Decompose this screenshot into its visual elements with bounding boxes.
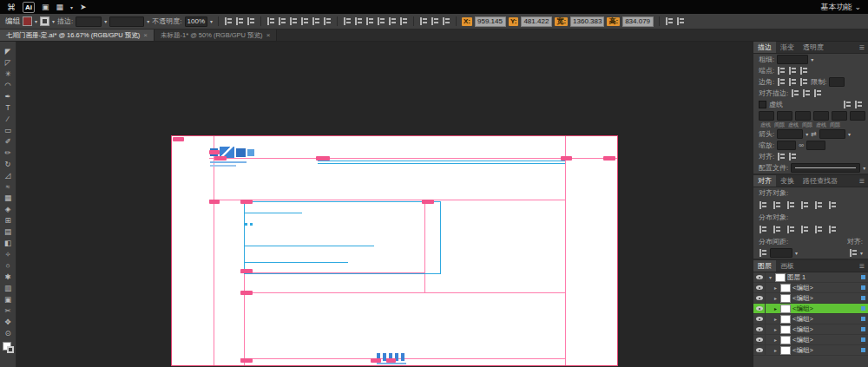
lasso-tool[interactable]: ◠: [1, 79, 15, 90]
expand-toggle[interactable]: ▸: [773, 326, 779, 332]
tab-layers[interactable]: 图层: [753, 260, 776, 272]
layer-thumbnail[interactable]: [775, 273, 786, 282]
hand-tool[interactable]: ✥: [1, 316, 15, 327]
paintbrush-tool[interactable]: ✐: [1, 135, 15, 147]
bridge-icon[interactable]: ▣: [42, 3, 49, 11]
blend-tool[interactable]: ○: [1, 259, 15, 271]
tab-gradient[interactable]: 渐变: [776, 42, 799, 53]
arrowhead-start-select[interactable]: [777, 129, 803, 139]
workspace-switcher[interactable]: 基本功能 ⌄: [820, 2, 861, 13]
layer-thumbnail[interactable]: [780, 305, 791, 313]
shape-builder-tool[interactable]: ◈: [1, 203, 15, 214]
bevel-join-icon[interactable]: [799, 78, 808, 86]
distribute-left-icon[interactable]: [800, 226, 809, 233]
dashed-line-checkbox[interactable]: [759, 101, 766, 108]
fill-dropdown-icon[interactable]: ▾: [35, 18, 37, 24]
visibility-toggle[interactable]: [753, 335, 766, 344]
send-backward-icon[interactable]: [431, 17, 439, 25]
distribute-bottom-icon[interactable]: [786, 226, 795, 233]
free-transform-tool[interactable]: ▦: [1, 192, 15, 203]
edit-contents-icon[interactable]: [235, 17, 244, 25]
close-icon[interactable]: ×: [143, 31, 148, 39]
stroke-color-swatch[interactable]: [40, 16, 49, 26]
bring-forward-icon[interactable]: [419, 17, 428, 25]
arrange-documents-icon[interactable]: ▦: [56, 3, 64, 11]
visibility-toggle[interactable]: [753, 345, 766, 355]
width-tool[interactable]: ≈: [1, 180, 15, 192]
butt-cap-icon[interactable]: [777, 67, 786, 75]
dropdown-icon[interactable]: ▾: [806, 131, 808, 137]
gap-input[interactable]: [777, 111, 792, 121]
vertical-spacing-icon[interactable]: [759, 249, 767, 257]
align-stroke-inside-icon[interactable]: [802, 89, 811, 97]
anchor-point[interactable]: [245, 223, 247, 226]
footer-glyph[interactable]: [401, 353, 404, 361]
miter-limit-input[interactable]: [829, 77, 845, 87]
dropdown-icon[interactable]: ▾: [860, 250, 863, 256]
stroke-weight-input[interactable]: [76, 16, 102, 27]
arrange-dropdown-icon[interactable]: ▾: [70, 4, 73, 10]
brush-definition-select[interactable]: [109, 16, 144, 27]
artboard-tool[interactable]: ▣: [1, 293, 15, 305]
projecting-cap-icon[interactable]: [799, 67, 808, 75]
visibility-toggle[interactable]: [753, 324, 766, 334]
arrow-align-tip-icon[interactable]: [777, 153, 786, 161]
align-h-center-icon[interactable]: [773, 201, 781, 209]
tab-transform[interactable]: 变换: [776, 175, 799, 187]
width-input[interactable]: 1360.383: [570, 16, 604, 27]
selection-tool[interactable]: ◤: [1, 45, 15, 56]
layer-thumbnail[interactable]: [780, 336, 791, 344]
fill-stroke-widget[interactable]: [3, 342, 14, 353]
path-line[interactable]: [244, 246, 374, 246]
layer-thumbnail[interactable]: [780, 325, 791, 334]
layer-row[interactable]: ▸ <编组>: [753, 345, 868, 356]
direct-selection-tool[interactable]: ◸: [1, 56, 15, 68]
pencil-tool[interactable]: ✏: [1, 147, 15, 158]
align-left-icon[interactable]: [759, 201, 767, 209]
distribute-right-icon[interactable]: [828, 226, 837, 233]
pen-tool[interactable]: ✒: [1, 90, 15, 102]
distribute-icon[interactable]: [343, 17, 352, 25]
logo-block[interactable]: [236, 148, 246, 157]
tab-align[interactable]: 对齐: [753, 175, 776, 187]
scale-tool[interactable]: ◿: [1, 169, 15, 180]
align-right-icon[interactable]: [786, 201, 795, 209]
fill-color-swatch[interactable]: [23, 16, 32, 26]
anchor-point[interactable]: [250, 223, 253, 226]
align-center-icon[interactable]: [278, 17, 286, 25]
distribute-h-center-icon[interactable]: [814, 226, 823, 233]
link-scale-icon[interactable]: ∞: [799, 141, 804, 149]
visibility-toggle[interactable]: [753, 283, 766, 292]
arrow-scale-end-input[interactable]: [806, 141, 825, 150]
swap-arrowheads-icon[interactable]: ⇄: [811, 130, 817, 138]
apple-menu-icon[interactable]: ⌘: [7, 3, 16, 12]
dash-input[interactable]: [759, 111, 774, 121]
gap-input[interactable]: [813, 111, 829, 121]
layer-row[interactable]: ▸ <编组>: [753, 324, 868, 335]
expand-toggle[interactable]: ▸: [773, 316, 779, 322]
layer-row[interactable]: ▸ <编组>: [753, 283, 868, 293]
align-right-icon[interactable]: [289, 17, 298, 25]
round-join-icon[interactable]: [788, 78, 797, 86]
opacity-input[interactable]: 100%: [185, 16, 207, 27]
opacity-dropdown-icon[interactable]: ▾: [210, 18, 213, 24]
tab-artboards[interactable]: 画板: [776, 260, 799, 272]
visibility-toggle[interactable]: [753, 272, 766, 282]
zoom-tool[interactable]: ⊙: [1, 327, 15, 338]
rectangle-tool[interactable]: ▭: [1, 124, 15, 135]
document-tab-1[interactable]: 七期门画册-定.ai* @ 16.67% (RGB/GPU 预览) ×: [0, 29, 155, 41]
expand-toggle[interactable]: ▸: [773, 295, 779, 301]
layer-row-selected[interactable]: ▸ <编组>: [753, 304, 868, 314]
dropdown-icon[interactable]: ▾: [795, 250, 798, 256]
path-line[interactable]: [244, 213, 302, 213]
distribute-icon[interactable]: [365, 17, 374, 25]
height-input[interactable]: 834.079: [622, 16, 654, 27]
close-icon[interactable]: ×: [266, 31, 271, 39]
stroke-weight-dropdown-icon[interactable]: ▾: [104, 18, 107, 24]
layer-row[interactable]: ▾ 图层 1: [753, 272, 868, 283]
dropdown-icon[interactable]: ▾: [848, 131, 851, 137]
stroke-proxy[interactable]: [7, 346, 14, 353]
expand-toggle[interactable]: ▸: [773, 305, 779, 311]
distribute-v-center-icon[interactable]: [773, 226, 781, 233]
align-bottom-icon[interactable]: [828, 201, 837, 209]
